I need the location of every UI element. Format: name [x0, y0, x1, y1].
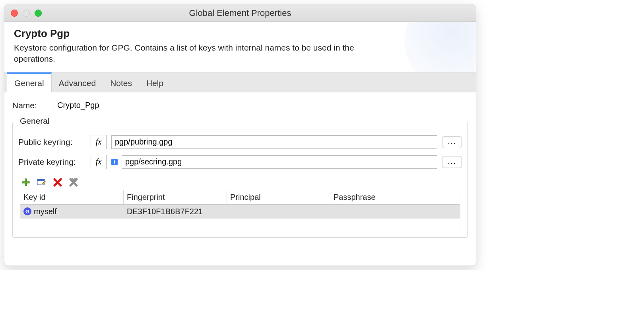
dialog-header: Crypto Pgp Keystore configuration for GP… [4, 22, 476, 72]
ellipsis-icon: ... [448, 158, 456, 166]
keys-table: Key id Fingerprint Principal Passphrase … [20, 190, 460, 230]
col-principal[interactable]: Principal [227, 190, 330, 204]
col-keyid[interactable]: Key id [20, 190, 124, 204]
private-keyring-fx-button[interactable]: fx [91, 155, 107, 169]
tab-bar: General Advanced Notes Help [4, 72, 476, 92]
fx-icon: fx [95, 137, 101, 147]
cell-fingerprint: DE3F10F1B6B7F221 [124, 205, 227, 219]
public-keyring-fx-button[interactable]: fx [91, 135, 107, 149]
add-icon [21, 178, 30, 187]
name-label: Name: [12, 101, 47, 110]
add-key-button[interactable] [21, 177, 31, 187]
private-keyring-label: Private keyring: [18, 157, 86, 167]
public-keyring-input[interactable] [111, 135, 437, 149]
edit-key-button[interactable] [37, 177, 47, 187]
col-passphrase[interactable]: Passphrase [330, 190, 460, 204]
table-row[interactable]: G myself DE3F10F1B6B7F221 [20, 205, 460, 219]
close-window-icon[interactable] [11, 10, 18, 17]
public-keyring-label: Public keyring: [18, 137, 86, 147]
table-header: Key id Fingerprint Principal Passphrase [20, 190, 460, 205]
delete-all-keys-button[interactable] [68, 177, 79, 187]
window-controls [11, 10, 42, 17]
table-empty-area [20, 219, 460, 230]
keys-toolbar [21, 177, 462, 187]
cell-passphrase [330, 209, 460, 214]
tab-panel-general: Name: General Public keyring: fx ... Pri… [4, 92, 476, 266]
dialog-window: Global Element Properties Crypto Pgp Key… [4, 4, 476, 266]
delete-key-button[interactable] [52, 177, 63, 187]
svg-rect-3 [37, 179, 45, 181]
delete-icon [53, 178, 62, 187]
page-description: Keystore configuration for GPG. Contains… [14, 42, 388, 65]
private-keyring-browse-button[interactable]: ... [442, 156, 462, 168]
info-icon: i [111, 159, 118, 165]
global-element-icon: G [23, 207, 31, 215]
tab-notes[interactable]: Notes [103, 72, 139, 92]
tab-advanced[interactable]: Advanced [52, 72, 103, 92]
name-input[interactable] [54, 99, 463, 112]
edit-icon [37, 178, 47, 187]
tab-general[interactable]: General [7, 72, 52, 92]
minimize-window-icon[interactable] [23, 10, 30, 17]
zoom-window-icon[interactable] [35, 10, 42, 17]
svg-rect-1 [22, 182, 29, 183]
delete-all-icon [69, 178, 78, 187]
cell-principal [227, 209, 330, 214]
cell-keyid-text: myself [34, 207, 57, 216]
titlebar: Global Element Properties [4, 4, 476, 22]
col-fingerprint[interactable]: Fingerprint [124, 190, 227, 204]
fx-icon: fx [95, 157, 101, 167]
private-keyring-input[interactable] [122, 155, 437, 169]
group-legend: General [17, 116, 52, 126]
public-keyring-browse-button[interactable]: ... [442, 136, 462, 148]
cell-keyid: G myself [20, 205, 124, 219]
tab-help[interactable]: Help [139, 72, 171, 92]
ellipsis-icon: ... [448, 138, 456, 146]
window-title: Global Element Properties [4, 8, 476, 18]
general-group: General Public keyring: fx ... Private k… [12, 122, 468, 238]
page-title: Crypto Pgp [14, 27, 466, 40]
